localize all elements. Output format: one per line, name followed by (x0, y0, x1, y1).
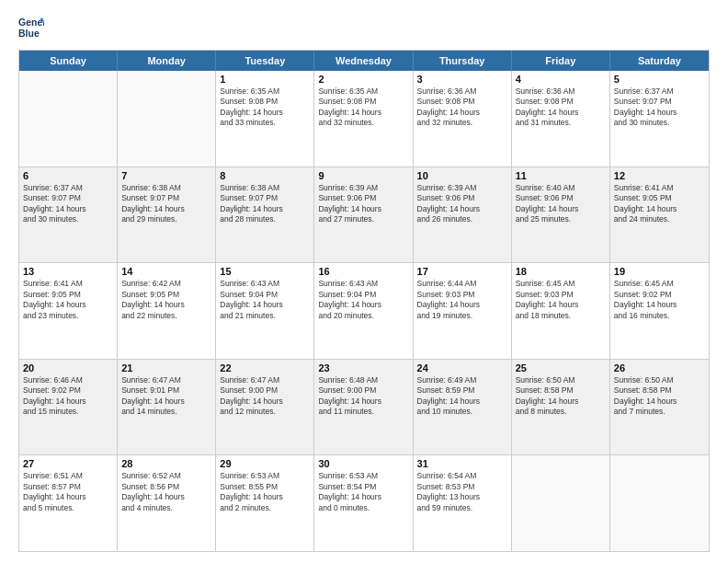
day-header-monday: Monday (118, 51, 216, 71)
calendar: SundayMondayTuesdayWednesdayThursdayFrid… (18, 50, 710, 552)
week-row-1: 1Sunrise: 6:35 AM Sunset: 9:08 PM Daylig… (19, 71, 709, 167)
day-number: 7 (121, 170, 211, 181)
day-header-thursday: Thursday (414, 51, 512, 71)
day-cell-23: 23Sunrise: 6:48 AM Sunset: 9:00 PM Dayli… (314, 360, 413, 455)
day-info: Sunrise: 6:42 AM Sunset: 9:05 PM Dayligh… (121, 279, 211, 321)
day-cell-10: 10Sunrise: 6:39 AM Sunset: 9:06 PM Dayli… (414, 167, 512, 263)
day-info: Sunrise: 6:48 AM Sunset: 9:00 PM Dayligh… (318, 375, 408, 418)
day-cell-28: 28Sunrise: 6:52 AM Sunset: 8:56 PM Dayli… (118, 455, 216, 551)
day-cell-empty (610, 455, 709, 551)
day-number: 31 (417, 458, 507, 469)
day-number: 30 (318, 458, 408, 469)
calendar-body: 1Sunrise: 6:35 AM Sunset: 9:08 PM Daylig… (19, 71, 709, 551)
day-info: Sunrise: 6:37 AM Sunset: 9:07 PM Dayligh… (614, 86, 705, 129)
calendar-header: SundayMondayTuesdayWednesdayThursdayFrid… (19, 51, 709, 71)
week-row-2: 6Sunrise: 6:37 AM Sunset: 9:07 PM Daylig… (19, 167, 709, 264)
day-info: Sunrise: 6:41 AM Sunset: 9:05 PM Dayligh… (614, 183, 705, 225)
header: General Blue (18, 15, 710, 40)
day-cell-18: 18Sunrise: 6:45 AM Sunset: 9:03 PM Dayli… (512, 263, 610, 359)
day-info: Sunrise: 6:47 AM Sunset: 9:01 PM Dayligh… (121, 375, 211, 418)
day-info: Sunrise: 6:44 AM Sunset: 9:03 PM Dayligh… (417, 279, 507, 321)
day-info: Sunrise: 6:43 AM Sunset: 9:04 PM Dayligh… (220, 279, 310, 321)
day-cell-30: 30Sunrise: 6:53 AM Sunset: 8:54 PM Dayli… (314, 455, 413, 551)
day-cell-24: 24Sunrise: 6:49 AM Sunset: 8:59 PM Dayli… (414, 360, 512, 455)
day-number: 1 (220, 74, 310, 85)
day-number: 15 (220, 266, 310, 277)
day-cell-12: 12Sunrise: 6:41 AM Sunset: 9:05 PM Dayli… (610, 167, 709, 263)
day-number: 22 (220, 362, 310, 373)
day-cell-3: 3Sunrise: 6:36 AM Sunset: 9:08 PM Daylig… (414, 71, 512, 167)
day-cell-20: 20Sunrise: 6:46 AM Sunset: 9:02 PM Dayli… (19, 360, 118, 455)
day-info: Sunrise: 6:47 AM Sunset: 9:00 PM Dayligh… (220, 375, 310, 418)
day-info: Sunrise: 6:51 AM Sunset: 8:57 PM Dayligh… (23, 471, 113, 513)
day-cell-27: 27Sunrise: 6:51 AM Sunset: 8:57 PM Dayli… (19, 455, 118, 551)
day-number: 25 (516, 362, 606, 373)
day-number: 16 (318, 266, 408, 277)
day-info: Sunrise: 6:43 AM Sunset: 9:04 PM Dayligh… (318, 279, 408, 321)
day-info: Sunrise: 6:53 AM Sunset: 8:55 PM Dayligh… (220, 471, 310, 513)
day-number: 24 (417, 362, 507, 373)
day-number: 19 (614, 266, 705, 277)
day-cell-21: 21Sunrise: 6:47 AM Sunset: 9:01 PM Dayli… (118, 360, 216, 455)
day-info: Sunrise: 6:38 AM Sunset: 9:07 PM Dayligh… (220, 183, 310, 225)
day-header-friday: Friday (512, 51, 610, 71)
day-cell-25: 25Sunrise: 6:50 AM Sunset: 8:58 PM Dayli… (512, 360, 610, 455)
day-cell-14: 14Sunrise: 6:42 AM Sunset: 9:05 PM Dayli… (118, 263, 216, 359)
day-number: 6 (23, 170, 113, 181)
day-cell-29: 29Sunrise: 6:53 AM Sunset: 8:55 PM Dayli… (216, 455, 314, 551)
day-header-tuesday: Tuesday (216, 51, 314, 71)
day-number: 3 (417, 74, 507, 85)
day-info: Sunrise: 6:40 AM Sunset: 9:06 PM Dayligh… (516, 183, 606, 225)
day-info: Sunrise: 6:37 AM Sunset: 9:07 PM Dayligh… (23, 183, 113, 225)
day-number: 26 (614, 362, 705, 373)
day-info: Sunrise: 6:49 AM Sunset: 8:59 PM Dayligh… (417, 375, 507, 418)
day-cell-13: 13Sunrise: 6:41 AM Sunset: 9:05 PM Dayli… (19, 263, 118, 359)
day-cell-17: 17Sunrise: 6:44 AM Sunset: 9:03 PM Dayli… (414, 263, 512, 359)
day-info: Sunrise: 6:52 AM Sunset: 8:56 PM Dayligh… (121, 471, 211, 513)
day-number: 14 (121, 266, 211, 277)
day-cell-6: 6Sunrise: 6:37 AM Sunset: 9:07 PM Daylig… (19, 167, 118, 263)
week-row-3: 13Sunrise: 6:41 AM Sunset: 9:05 PM Dayli… (19, 263, 709, 360)
day-cell-2: 2Sunrise: 6:35 AM Sunset: 9:08 PM Daylig… (314, 71, 413, 167)
day-info: Sunrise: 6:36 AM Sunset: 9:08 PM Dayligh… (516, 86, 606, 129)
day-info: Sunrise: 6:36 AM Sunset: 9:08 PM Dayligh… (417, 86, 507, 129)
week-row-4: 20Sunrise: 6:46 AM Sunset: 9:02 PM Dayli… (19, 360, 709, 456)
day-number: 12 (614, 170, 705, 181)
day-cell-empty (118, 71, 216, 167)
day-info: Sunrise: 6:50 AM Sunset: 8:58 PM Dayligh… (516, 375, 606, 418)
day-number: 9 (318, 170, 408, 181)
day-number: 28 (121, 458, 211, 469)
day-cell-19: 19Sunrise: 6:45 AM Sunset: 9:02 PM Dayli… (610, 263, 709, 359)
day-number: 8 (220, 170, 310, 181)
svg-text:Blue: Blue (18, 28, 40, 39)
day-cell-empty (512, 455, 610, 551)
day-info: Sunrise: 6:38 AM Sunset: 9:07 PM Dayligh… (121, 183, 211, 225)
day-info: Sunrise: 6:53 AM Sunset: 8:54 PM Dayligh… (318, 471, 408, 513)
day-cell-31: 31Sunrise: 6:54 AM Sunset: 8:53 PM Dayli… (414, 455, 512, 551)
day-info: Sunrise: 6:35 AM Sunset: 9:08 PM Dayligh… (220, 86, 310, 129)
day-cell-16: 16Sunrise: 6:43 AM Sunset: 9:04 PM Dayli… (314, 263, 413, 359)
day-info: Sunrise: 6:35 AM Sunset: 9:08 PM Dayligh… (318, 86, 408, 129)
day-number: 27 (23, 458, 113, 469)
day-number: 20 (23, 362, 113, 373)
day-info: Sunrise: 6:50 AM Sunset: 8:58 PM Dayligh… (614, 375, 705, 418)
day-cell-22: 22Sunrise: 6:47 AM Sunset: 9:00 PM Dayli… (216, 360, 314, 455)
day-cell-9: 9Sunrise: 6:39 AM Sunset: 9:06 PM Daylig… (314, 167, 413, 263)
day-header-saturday: Saturday (610, 51, 709, 71)
day-cell-1: 1Sunrise: 6:35 AM Sunset: 9:08 PM Daylig… (216, 71, 314, 167)
page: General Blue SundayMondayTuesdayWednesda… (0, 0, 728, 563)
day-header-wednesday: Wednesday (314, 51, 413, 71)
day-number: 5 (614, 74, 705, 85)
day-info: Sunrise: 6:45 AM Sunset: 9:02 PM Dayligh… (614, 279, 705, 321)
day-cell-26: 26Sunrise: 6:50 AM Sunset: 8:58 PM Dayli… (610, 360, 709, 455)
day-cell-empty (19, 71, 118, 167)
day-cell-4: 4Sunrise: 6:36 AM Sunset: 9:08 PM Daylig… (512, 71, 610, 167)
day-info: Sunrise: 6:46 AM Sunset: 9:02 PM Dayligh… (23, 375, 113, 418)
day-cell-15: 15Sunrise: 6:43 AM Sunset: 9:04 PM Dayli… (216, 263, 314, 359)
day-info: Sunrise: 6:39 AM Sunset: 9:06 PM Dayligh… (318, 183, 408, 225)
day-number: 23 (318, 362, 408, 373)
day-number: 29 (220, 458, 310, 469)
day-number: 2 (318, 74, 408, 85)
day-number: 11 (516, 170, 606, 181)
logo: General Blue (18, 15, 50, 40)
